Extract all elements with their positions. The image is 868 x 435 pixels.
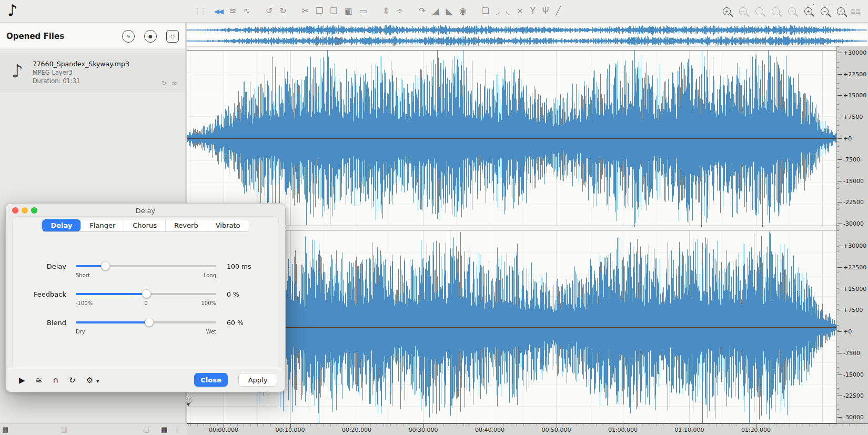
slider-tick-labels: -100%0100% — [76, 300, 216, 307]
zoom-full-icon[interactable]: ∘ — [788, 7, 796, 15]
tick-label: Wet — [206, 329, 216, 335]
output-device-icon[interactable]: ≫ — [171, 80, 178, 87]
slider-tick-labels: DryWet — [76, 329, 216, 335]
timeline-ruler[interactable]: 00:00.00000:10.00000:20.00000:30.00000:4… — [187, 423, 868, 435]
curve-cross-icon[interactable]: × — [517, 7, 523, 15]
feedback-slider[interactable]: -100%0100% — [76, 288, 216, 300]
loop-region-icon[interactable]: ↷ — [419, 7, 426, 15]
dialog-buttons: Close Apply — [194, 373, 277, 387]
preview-controls: ▶≋∩↻⚙▾ — [19, 375, 109, 385]
file-list-item[interactable]: ♪ 77660_Spandex_Skyway.mp3 MPEG Layer3 D… — [0, 53, 185, 92]
time-label: 00:00.000 — [209, 427, 238, 433]
preview-play-icon[interactable]: ▶ — [19, 376, 25, 385]
skip-to-start-icon[interactable]: ◀◀ — [214, 8, 223, 15]
dialog-footer: ▶≋∩↻⚙▾ Close Apply — [6, 368, 285, 391]
amplitude-label: +30000 — [843, 242, 866, 249]
crop-icon[interactable]: ▭ — [359, 7, 367, 15]
settings-caret-icon[interactable]: ▾ — [96, 378, 99, 384]
view-list-icon[interactable]: ≣≣ — [850, 7, 861, 15]
drag-handle-icon[interactable]: ⋮⋮ — [194, 7, 205, 15]
effect-tabs: DelayFlangerChorusReverbVibrato — [6, 219, 285, 232]
feedback-label: Feedback — [15, 290, 66, 298]
preview-waveform-icon[interactable]: ≋ — [36, 376, 43, 385]
time-label: 00:50.000 — [541, 427, 571, 433]
delay-label: Delay — [15, 262, 66, 270]
app-logo-icon: ♪ — [7, 1, 28, 19]
copy-icon[interactable]: ❐ — [316, 7, 323, 15]
undo-icon[interactable]: ↺ — [266, 7, 272, 15]
dialog-titlebar[interactable]: Delay — [6, 204, 285, 217]
grid-icon[interactable]: ▦ — [161, 426, 167, 433]
curve-merge-icon[interactable]: Ψ — [542, 7, 549, 15]
music-note-icon: ♪ — [12, 60, 23, 82]
tab-reverb[interactable]: Reverb — [165, 219, 207, 231]
trim-silence-icon[interactable]: ⇕ — [382, 7, 389, 15]
channel-1-panel[interactable] — [187, 50, 836, 226]
amplitude-scale-ch1: +30000+22500+15000+7500+0-7500-15000-225… — [837, 53, 868, 224]
playhead-stem — [187, 403, 190, 407]
tick-label: 0 — [144, 300, 147, 306]
channel-1-waveform[interactable] — [187, 50, 836, 227]
blocks-icon[interactable]: ▥ — [61, 426, 67, 433]
delay-slider-thumb[interactable] — [101, 261, 110, 270]
tab-chorus[interactable]: Chorus — [124, 219, 165, 231]
close-button[interactable]: Close — [194, 373, 228, 387]
slider-row-blend: BlendDryWet60 % — [15, 310, 268, 335]
tab-delay[interactable]: Delay — [42, 219, 80, 231]
amplitude-label: +0 — [843, 328, 852, 335]
document-icon[interactable]: ▢ — [143, 426, 149, 433]
amplitude-label: +7500 — [843, 307, 863, 313]
delay-effect-dialog: Delay DelayFlangerChorusReverbVibrato De… — [5, 203, 286, 392]
vertical-zoom-in-icon[interactable]: + — [804, 7, 812, 15]
split-icon[interactable]: ÷ — [396, 7, 403, 15]
amplitude-scale[interactable]: +30000+22500+15000+7500+0-7500-15000-225… — [836, 46, 868, 423]
duplicate-button[interactable]: ○ — [166, 30, 179, 43]
curve-concave-icon[interactable]: ◟ — [506, 7, 509, 15]
zoom-selection-icon[interactable] — [755, 7, 763, 15]
amplitude-label: -22500 — [843, 392, 864, 399]
tab-flanger[interactable]: Flanger — [80, 219, 124, 231]
settings-gear-icon[interactable]: ⚙ — [86, 376, 93, 385]
layers-icon[interactable]: ❏ — [482, 7, 489, 15]
zoom-vertical-icon[interactable]: · — [772, 7, 780, 15]
amplitude-label: -15000 — [843, 178, 864, 184]
playhead-marker[interactable] — [186, 398, 191, 411]
fade-in-icon[interactable]: ◢ — [432, 7, 439, 15]
paste-icon[interactable]: ❑ — [330, 7, 337, 15]
blend-slider[interactable]: DryWet — [76, 316, 216, 329]
curve-split-icon[interactable]: Y — [530, 7, 536, 15]
waveform-overview[interactable] — [187, 24, 867, 47]
vertical-zoom-reset-icon[interactable]: ∘ — [837, 7, 845, 15]
playhead-knob[interactable] — [186, 398, 191, 403]
pane-splitter-icon[interactable]: ∥ — [176, 426, 179, 433]
tab-vibrato[interactable]: Vibrato — [207, 219, 249, 231]
curve-convex-icon[interactable]: ◞ — [496, 7, 499, 15]
fade-out-icon[interactable]: ◣ — [446, 7, 452, 15]
overview-canvas[interactable] — [187, 24, 867, 46]
normalize-icon[interactable]: ◉ — [459, 7, 467, 15]
preview-monitor-icon[interactable]: ∩ — [53, 376, 58, 385]
waveform-view-icon[interactable]: ≋ — [229, 7, 236, 15]
redo-icon[interactable]: ↻ — [279, 7, 286, 15]
record-button[interactable]: ● — [144, 30, 157, 43]
slider-row-delay: DelayShortLong100 ms — [15, 254, 268, 278]
preview-loop-icon[interactable]: ↻ — [69, 376, 76, 385]
waveform-editor: +30000+22500+15000+7500+0-7500-15000-225… — [187, 23, 868, 435]
curve-linear-icon[interactable]: ╱ — [556, 7, 561, 15]
delay-slider[interactable]: ShortLong — [76, 260, 216, 272]
feedback-slider-thumb[interactable] — [142, 289, 151, 298]
vertical-zoom-out-icon[interactable]: − — [821, 7, 829, 15]
amplitude-label: +22500 — [843, 71, 866, 77]
blend-slider-thumb[interactable] — [145, 318, 154, 327]
cut-icon[interactable]: ✂ — [302, 7, 309, 15]
loop-playback-icon[interactable]: ↻ — [162, 80, 166, 87]
spectral-view-icon[interactable]: ∿ — [243, 7, 250, 15]
monitor-button[interactable]: ∿ — [122, 30, 135, 43]
paste-special-icon[interactable]: ▣ — [345, 7, 352, 15]
amplitude-label: +0 — [843, 135, 852, 141]
zoom-in-icon[interactable]: + — [723, 7, 731, 15]
events-list-icon[interactable]: ▤ — [2, 426, 8, 433]
zoom-out-icon[interactable]: − — [739, 7, 747, 15]
file-duration: Duration: 01:31 — [33, 77, 129, 85]
apply-button[interactable]: Apply — [238, 373, 277, 387]
